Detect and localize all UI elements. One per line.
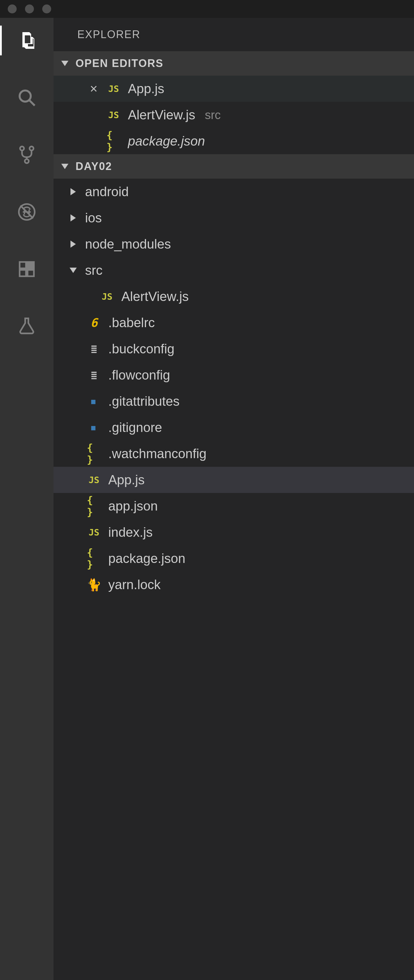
open-editor-item[interactable]: ×JSApp.js [54, 76, 414, 102]
file-label: App.js [108, 473, 144, 487]
file-label: .watchmanconfig [108, 446, 206, 461]
folder-item[interactable]: android [54, 179, 414, 205]
sidebar-title: EXPLORER [54, 18, 414, 51]
extensions-icon [17, 259, 36, 278]
svg-rect-10 [28, 262, 34, 268]
svg-line-1 [29, 100, 35, 106]
json-file-icon: { } [85, 499, 103, 513]
project-label: DAY02 [76, 160, 112, 173]
file-item[interactable]: ◆.gitattributes [54, 388, 414, 414]
open-editors-list: ×JSApp.jsJSAlertView.jssrc{ }package.jso… [54, 76, 414, 154]
js-file-icon: JS [105, 81, 122, 96]
file-item[interactable]: { }.watchmanconfig [54, 441, 414, 467]
git-file-icon: ◆ [85, 394, 103, 409]
open-editor-label: package.json [128, 134, 205, 148]
file-tree: androidiosnode_modulessrcJSAlertView.js6… [54, 179, 414, 598]
svg-rect-8 [20, 270, 26, 276]
svg-point-0 [20, 91, 31, 102]
window-minimize-traffic[interactable] [25, 5, 34, 13]
lines-file-icon: ≣ [85, 342, 103, 356]
svg-point-2 [20, 146, 24, 150]
open-editor-item[interactable]: JSAlertView.jssrc [54, 102, 414, 128]
chevron-right-icon [67, 240, 80, 248]
files-icon [17, 31, 36, 50]
js-file-icon: JS [105, 108, 122, 122]
json-file-icon: { } [85, 551, 103, 566]
file-label: app.json [108, 499, 158, 514]
chevron-right-icon [67, 214, 80, 221]
js-file-icon: JS [85, 525, 103, 539]
file-label: .babelrc [108, 315, 155, 330]
file-label: AlertView.js [121, 289, 189, 304]
folder-label: ios [85, 210, 102, 225]
file-item[interactable]: 🐈yarn.lock [54, 571, 414, 598]
open-editor-label: AlertView.js [128, 107, 195, 123]
activity-bar [0, 18, 54, 980]
file-item[interactable]: ≣.flowconfig [54, 362, 414, 388]
activity-beaker[interactable] [12, 315, 42, 337]
sidebar: EXPLORER OPEN EDITORS ×JSApp.jsJSAlertVi… [54, 18, 414, 980]
file-label: yarn.lock [108, 577, 160, 592]
open-editors-label: OPEN EDITORS [76, 57, 163, 70]
activity-search[interactable] [12, 87, 42, 108]
file-label: index.js [108, 525, 152, 540]
js-file-icon: JS [98, 290, 116, 304]
open-editor-label: App.js [128, 81, 164, 96]
lines-file-icon: ≣ [85, 368, 103, 382]
js-file-icon: JS [85, 473, 103, 487]
file-item[interactable]: JSAlertView.js [54, 283, 414, 310]
file-item[interactable]: { }package.json [54, 546, 414, 571]
activity-debug[interactable] [12, 201, 42, 223]
chevron-down-icon [59, 61, 71, 66]
folder-item[interactable]: ios [54, 205, 414, 231]
window-zoom-traffic[interactable] [42, 5, 51, 13]
file-item[interactable]: ≣.buckconfig [54, 336, 414, 362]
file-label: package.json [108, 551, 185, 566]
yarn-file-icon: 🐈 [85, 578, 103, 592]
folder-label: node_modules [85, 237, 171, 251]
file-item[interactable]: JSApp.js [54, 467, 414, 493]
beaker-icon [17, 317, 36, 336]
close-editor-button[interactable]: × [75, 82, 99, 95]
folder-item[interactable]: node_modules [54, 231, 414, 257]
activity-extensions[interactable] [12, 258, 42, 280]
svg-point-4 [25, 159, 29, 163]
file-label: .gitignore [108, 420, 162, 435]
close-icon: × [90, 82, 98, 95]
folder-item[interactable]: src [54, 257, 414, 283]
file-item[interactable]: 6.babelrc [54, 310, 414, 336]
chevron-down-icon [59, 164, 71, 169]
title-bar [0, 0, 414, 18]
json-file-icon: { } [85, 447, 103, 461]
file-label: .buckconfig [108, 342, 174, 356]
file-label: .gitattributes [108, 394, 180, 409]
svg-rect-9 [28, 270, 34, 276]
search-icon [17, 88, 36, 107]
svg-point-3 [29, 146, 33, 150]
git-branch-icon [17, 145, 36, 164]
svg-rect-7 [20, 262, 26, 268]
open-editor-dir: src [205, 108, 220, 122]
file-item[interactable]: JSindex.js [54, 519, 414, 546]
folder-label: src [85, 263, 103, 278]
open-editor-item[interactable]: { }package.json [54, 128, 414, 154]
babel-file-icon: 6 [85, 315, 103, 330]
bug-off-icon [17, 202, 36, 221]
file-item[interactable]: ◆.gitignore [54, 414, 414, 441]
json-file-icon: { } [105, 134, 122, 148]
file-item[interactable]: { }app.json [54, 493, 414, 519]
folder-label: android [85, 184, 129, 199]
window-close-traffic[interactable] [8, 5, 17, 13]
activity-source-control[interactable] [12, 144, 42, 165]
chevron-right-icon [67, 188, 80, 195]
main: EXPLORER OPEN EDITORS ×JSApp.jsJSAlertVi… [0, 18, 414, 980]
open-editors-header[interactable]: OPEN EDITORS [54, 51, 414, 76]
activity-explorer[interactable] [12, 30, 42, 51]
git-file-icon: ◆ [85, 420, 103, 434]
chevron-down-icon [67, 267, 80, 273]
file-label: .flowconfig [108, 368, 170, 383]
project-header[interactable]: DAY02 [54, 154, 414, 179]
